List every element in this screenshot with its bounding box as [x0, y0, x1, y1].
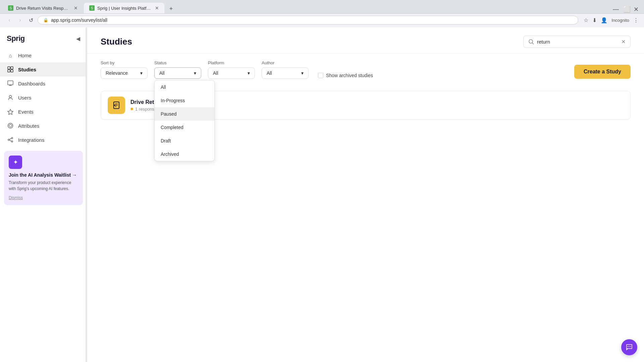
sidebar-attributes-label: Attributes [18, 123, 39, 129]
incognito-label: Incognito [611, 18, 629, 23]
status-dropdown-menu: All In-Progress Paused Completed Draft A… [154, 80, 215, 161]
sort-by-chevron: ▾ [140, 70, 143, 76]
author-select[interactable]: All ▾ [262, 67, 309, 79]
sidebar-item-home[interactable]: ⌂ Home [0, 48, 87, 62]
status-value: All [159, 70, 165, 76]
sort-by-label: Sort by [101, 60, 148, 65]
author-label: Author [262, 60, 309, 65]
sidebar-item-studies[interactable]: Studies [0, 62, 87, 76]
show-archived-checkbox-group[interactable]: Show archived studies [318, 73, 373, 78]
status-option-draft[interactable]: Draft [155, 134, 214, 147]
study-icon [108, 97, 125, 114]
svg-point-25 [630, 346, 631, 347]
logo[interactable]: Sprig [7, 34, 25, 43]
svg-point-16 [529, 40, 533, 43]
maximize-button[interactable]: ⬜ [623, 6, 628, 11]
platform-select[interactable]: All ▾ [208, 67, 255, 79]
status-option-paused[interactable]: Paused [155, 107, 214, 121]
home-icon: ⌂ [7, 52, 14, 59]
svg-point-7 [9, 96, 12, 98]
svg-point-24 [629, 346, 630, 347]
platform-label: Platform [208, 60, 255, 65]
sidebar-home-label: Home [18, 53, 32, 58]
svg-point-22 [114, 105, 115, 106]
dashboards-icon [7, 80, 14, 87]
sidebar-item-users[interactable]: Users [0, 90, 87, 105]
svg-rect-0 [8, 67, 10, 69]
status-option-completed[interactable]: Completed [155, 121, 214, 134]
filters-bar: Sort by Relevance ▾ Status All ▾ All In-… [87, 54, 644, 85]
browser-toolbar: ☆ ⬇ 👤 Incognito ⋮ [584, 17, 639, 23]
svg-point-10 [8, 123, 13, 128]
svg-line-15 [9, 140, 11, 141]
show-archived-label: Show archived studies [326, 73, 373, 78]
attributes-icon [7, 122, 14, 129]
address-bar: ‹ › ↺ 🔒 app.sprig.com/surveylist/all ☆ ⬇… [0, 13, 644, 26]
sidebar-item-attributes[interactable]: Attributes [0, 119, 87, 133]
url-bar[interactable]: 🔒 app.sprig.com/surveylist/all [38, 16, 578, 24]
status-select[interactable]: All ▾ [154, 67, 201, 79]
main-content: Studies ✕ Sort by Relevance ▾ [87, 27, 644, 362]
tab-2[interactable]: S Sprig | User Insights Platform for... … [84, 3, 164, 13]
profile-icon[interactable]: 👤 [601, 17, 607, 23]
tab-1[interactable]: S Drive Return Visits Responses ✕ [3, 3, 83, 13]
study-responses: 1 response [135, 107, 157, 112]
status-label: Status [154, 60, 201, 65]
author-filter: Author All ▾ [262, 60, 309, 79]
search-box[interactable]: ✕ [523, 36, 631, 48]
ai-banner-title[interactable]: Join the AI Analysis Waitlist → [9, 172, 78, 178]
sidebar-nav: ⌂ Home Studies [0, 48, 87, 147]
platform-chevron: ▾ [248, 70, 250, 76]
show-archived-checkbox[interactable] [318, 73, 323, 78]
svg-rect-2 [8, 70, 10, 72]
sidebar-item-integrations[interactable]: Integrations [0, 133, 87, 147]
svg-rect-4 [8, 81, 13, 85]
sidebar-events-label: Events [18, 109, 34, 115]
sort-by-select[interactable]: Relevance ▾ [101, 67, 148, 79]
search-icon [528, 39, 534, 45]
tab-2-close[interactable]: ✕ [155, 5, 159, 11]
sidebar-item-dashboards[interactable]: Dashboards [0, 76, 87, 90]
reload-button[interactable]: ↺ [27, 17, 35, 23]
search-clear-button[interactable]: ✕ [621, 39, 626, 45]
window-controls: — ⬜ ✕ [607, 6, 644, 13]
svg-line-14 [9, 138, 11, 139]
forward-button[interactable]: › [16, 17, 24, 23]
tab-1-close[interactable]: ✕ [74, 5, 78, 11]
url-text: app.sprig.com/surveylist/all [51, 17, 107, 23]
download-icon[interactable]: ⬇ [592, 17, 597, 23]
close-window-button[interactable]: ✕ [634, 6, 639, 11]
bookmark-icon[interactable]: ☆ [584, 17, 588, 23]
status-filter: Status All ▾ All In-Progress Paused Comp… [154, 60, 201, 79]
new-tab-button[interactable]: + [166, 4, 176, 13]
svg-line-17 [532, 43, 534, 44]
search-input[interactable] [537, 39, 619, 45]
status-option-archived[interactable]: Archived [155, 147, 214, 161]
svg-point-9 [9, 124, 12, 127]
collapse-sidebar-button[interactable]: ◀ [76, 36, 80, 42]
author-value: All [267, 70, 272, 76]
minimize-button[interactable]: — [613, 6, 618, 11]
svg-point-13 [11, 141, 13, 142]
ai-analysis-banner: ✦ Join the AI Analysis Waitlist → Transf… [4, 151, 83, 205]
logo-area: Sprig ◀ [0, 27, 87, 48]
page-header: Studies ✕ [87, 27, 644, 54]
tab-bar: S Drive Return Visits Responses ✕ S Spri… [0, 0, 644, 13]
sidebar-item-events[interactable]: Events [0, 105, 87, 119]
back-button[interactable]: ‹ [5, 17, 13, 23]
sidebar-studies-label: Studies [18, 67, 36, 72]
ai-banner-description: Transform your product experience with S… [9, 180, 78, 192]
chat-support-button[interactable] [621, 339, 637, 355]
menu-icon[interactable]: ⋮ [633, 17, 639, 23]
status-option-in-progress[interactable]: In-Progress [155, 94, 214, 107]
events-icon [7, 108, 14, 115]
create-study-button[interactable]: Create a Study [574, 65, 631, 79]
status-option-all[interactable]: All [155, 80, 214, 94]
browser-chrome: S Drive Return Visits Responses ✕ S Spri… [0, 0, 644, 26]
tab-2-title: Sprig | User Insights Platform for... [97, 6, 151, 11]
studies-icon [7, 66, 14, 73]
sort-by-filter: Sort by Relevance ▾ [101, 60, 148, 79]
ai-dismiss-button[interactable]: Dismiss [9, 195, 23, 200]
ai-banner-icon: ✦ [9, 156, 22, 169]
sidebar-resize-handle[interactable] [86, 27, 87, 362]
